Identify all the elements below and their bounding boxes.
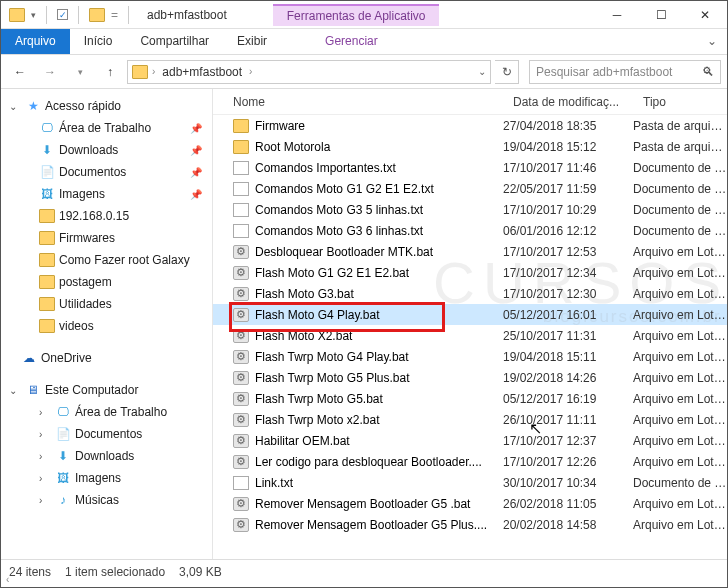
file-row[interactable]: Root Motorola19/04/2018 15:12Pasta de ar… [213, 136, 727, 157]
label: Músicas [75, 493, 119, 507]
file-type: Arquivo em Lotes ... [633, 371, 727, 385]
sidebar-item[interactable]: 🖼Imagens📌 [1, 183, 212, 205]
titlebar: ▾ ✓ = adb+mfastboot Ferramentas de Aplic… [1, 1, 727, 29]
sidebar-this-pc[interactable]: ⌄ 🖥 Este Computador [1, 379, 212, 401]
minimize-button[interactable]: ─ [595, 1, 639, 29]
sidebar-item[interactable]: Firmwares [1, 227, 212, 249]
tab-compartilhar[interactable]: Compartilhar [126, 29, 223, 54]
search-icon: 🔍︎ [702, 65, 714, 79]
close-button[interactable]: ✕ [683, 1, 727, 29]
file-row[interactable]: Comandos Moto G3 5 linhas.txt17/10/2017 … [213, 199, 727, 220]
file-date: 30/10/2017 10:34 [503, 476, 633, 490]
file-row[interactable]: ⚙Flash Twrp Moto G5.bat05/12/2017 16:19A… [213, 388, 727, 409]
sidebar-item[interactable]: ›📄Documentos [1, 423, 212, 445]
file-row[interactable]: ⚙Desbloquear Bootloader MTK.bat17/10/201… [213, 241, 727, 262]
breadcrumb[interactable]: adb+mfastboot [159, 65, 245, 79]
txt-icon [233, 161, 249, 175]
sidebar-item[interactable]: ›⬇Downloads [1, 445, 212, 467]
sidebar-item[interactable]: 📄Documentos📌 [1, 161, 212, 183]
up-button[interactable]: ↑ [97, 60, 123, 84]
chevron-right-icon[interactable]: › [249, 66, 252, 77]
tab-gerenciar[interactable]: Gerenciar [311, 29, 392, 54]
navbar: ← → ▾ ↑ › adb+mfastboot › ⌄ ↻ Pesquisar … [1, 55, 727, 89]
file-row[interactable]: ⚙Flash Moto G1 G2 E1 E2.bat17/10/2017 12… [213, 262, 727, 283]
file-date: 17/10/2017 10:29 [503, 203, 633, 217]
file-name: Flash Moto G4 Play.bat [255, 308, 380, 322]
folder-icon[interactable] [89, 8, 105, 22]
file-type: Arquivo em Lotes ... [633, 287, 727, 301]
sidebar-item[interactable]: videos [1, 315, 212, 337]
chevron-right-icon[interactable]: › [39, 495, 51, 506]
sidebar-item[interactable]: ›♪Músicas [1, 489, 212, 511]
file-row[interactable]: Firmware27/04/2018 18:35Pasta de arquivo… [213, 115, 727, 136]
forward-button[interactable]: → [37, 60, 63, 84]
sidebar-item[interactable]: 192.168.0.15 [1, 205, 212, 227]
doc-icon: 📄 [39, 165, 55, 179]
checkbox-icon[interactable]: ✓ [57, 9, 68, 20]
file-row[interactable]: ⚙Ler codigo para desbloquear Bootloader.… [213, 451, 727, 472]
file-type: Arquivo em Lotes ... [633, 497, 727, 511]
bat-icon: ⚙ [233, 329, 249, 343]
ribbon-expand-icon[interactable]: ⌄ [697, 29, 727, 54]
sidebar-item[interactable]: ⬇Downloads📌 [1, 139, 212, 161]
refresh-button[interactable]: ↻ [495, 60, 519, 84]
file-row[interactable]: Link.txt30/10/2017 10:34Documento de Te.… [213, 472, 727, 493]
maximize-button[interactable]: ☐ [639, 1, 683, 29]
tab-exibir[interactable]: Exibir [223, 29, 281, 54]
file-row[interactable]: ⚙Flash Twrp Moto G5 Plus.bat19/02/2018 1… [213, 367, 727, 388]
folder-icon [39, 253, 55, 267]
column-type[interactable]: Tipo [633, 95, 727, 109]
sidebar-item[interactable]: Utilidades [1, 293, 212, 315]
sidebar-item[interactable]: 🖵Área de Trabalho📌 [1, 117, 212, 139]
sidebar-quick-access[interactable]: ⌄ ★ Acesso rápido [1, 95, 212, 117]
txt-icon [233, 476, 249, 490]
label: Downloads [75, 449, 134, 463]
bat-icon: ⚙ [233, 434, 249, 448]
address-bar[interactable]: › adb+mfastboot › ⌄ [127, 60, 491, 84]
chevron-right-icon[interactable]: › [39, 429, 51, 440]
address-dropdown-icon[interactable]: ⌄ [478, 66, 486, 77]
file-row[interactable]: ⚙Habilitar OEM.bat17/10/2017 12:37Arquiv… [213, 430, 727, 451]
dl-icon: ⬇ [55, 449, 71, 463]
chevron-right-icon[interactable]: › [39, 473, 51, 484]
column-date[interactable]: Data de modificaç... [503, 95, 633, 109]
img-icon: 🖼 [39, 187, 55, 201]
tab-inicio[interactable]: Início [70, 29, 127, 54]
chevron-right-icon[interactable]: › [39, 407, 51, 418]
search-box[interactable]: Pesquisar adb+mfastboot 🔍︎ [529, 60, 721, 84]
sidebar-item[interactable]: postagem [1, 271, 212, 293]
file-type: Arquivo em Lotes ... [633, 392, 727, 406]
file-row[interactable]: ⚙Remover Mensagem Bootloader G5 .bat26/0… [213, 493, 727, 514]
file-row[interactable]: ⚙Flash Twrp Moto x2.bat26/10/2017 11:11A… [213, 409, 727, 430]
file-type: Documento de Te... [633, 203, 727, 217]
txt-icon [233, 203, 249, 217]
file-row[interactable]: ⚙Flash Twrp Moto G4 Play.bat19/04/2018 1… [213, 346, 727, 367]
file-row[interactable]: Comandos Moto G3 6 linhas.txt06/01/2016 … [213, 220, 727, 241]
file-row[interactable]: Comandos Moto G1 G2 E1 E2.txt22/05/2017 … [213, 178, 727, 199]
history-dropdown[interactable]: ▾ [67, 60, 93, 84]
down-arrow-icon[interactable]: ▾ [31, 10, 36, 20]
file-row[interactable]: ⚙Flash Moto G3.bat17/10/2017 12:30Arquiv… [213, 283, 727, 304]
tab-arquivo[interactable]: Arquivo [1, 29, 70, 54]
img-icon: 🖼 [55, 471, 71, 485]
column-name[interactable]: Nome [213, 95, 503, 109]
file-row[interactable]: ⚙Flash Moto G4 Play.bat05/12/2017 16:01A… [213, 304, 727, 325]
sidebar-item[interactable]: ›🖼Imagens [1, 467, 212, 489]
chevron-right-icon[interactable]: › [152, 66, 155, 77]
file-row[interactable]: ⚙Remover Mensagem Bootloader G5 Plus....… [213, 514, 727, 535]
file-row[interactable]: Comandos Importantes.txt17/10/2017 11:46… [213, 157, 727, 178]
back-button[interactable]: ← [7, 60, 33, 84]
sidebar-item[interactable]: Como Fazer root Galaxy [1, 249, 212, 271]
sidebar-onedrive[interactable]: ☁ OneDrive [1, 347, 212, 369]
label: Documentos [75, 427, 142, 441]
main-area: ⌄ ★ Acesso rápido 🖵Área de Trabalho📌⬇Dow… [1, 89, 727, 559]
chevron-right-icon[interactable]: › [39, 451, 51, 462]
chevron-down-icon[interactable]: ⌄ [9, 385, 21, 396]
chevron-down-icon[interactable]: ⌄ [9, 101, 21, 112]
file-date: 22/05/2017 11:59 [503, 182, 633, 196]
file-name: Flash Twrp Moto G4 Play.bat [255, 350, 409, 364]
file-name: Flash Twrp Moto x2.bat [255, 413, 380, 427]
status-size: 3,09 KB [179, 565, 222, 579]
sidebar-item[interactable]: ›🖵Área de Trabalho [1, 401, 212, 423]
file-row[interactable]: ⚙Flash Moto X2.bat25/10/2017 11:31Arquiv… [213, 325, 727, 346]
